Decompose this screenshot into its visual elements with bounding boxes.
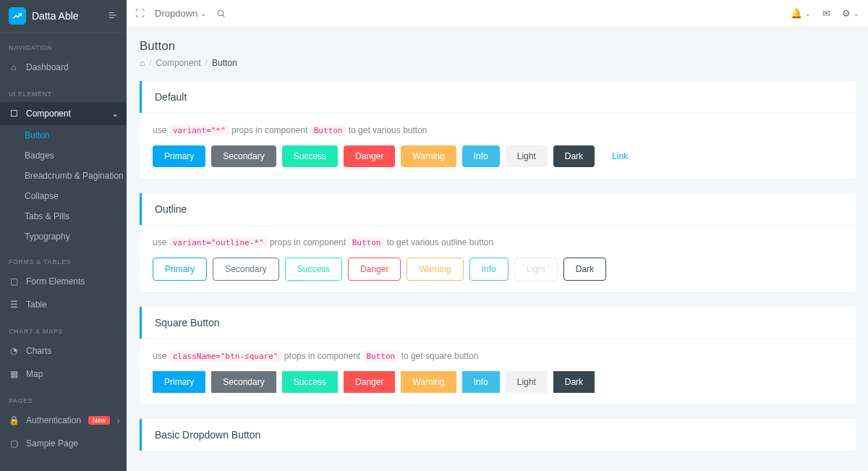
btn-outline-primary[interactable]: Primary bbox=[153, 258, 207, 281]
breadcrumb: ⌂ / Component / Button bbox=[140, 58, 856, 68]
btn-primary[interactable]: Primary bbox=[153, 145, 205, 167]
btn-sq-warning[interactable]: Warning bbox=[401, 371, 456, 393]
nav-sub-tabs[interactable]: Tabs & Pills bbox=[0, 206, 127, 226]
btn-light[interactable]: Light bbox=[506, 145, 548, 167]
file-icon: ▢ bbox=[9, 276, 19, 287]
crumb-current: Button bbox=[212, 58, 237, 68]
btn-sq-secondary[interactable]: Secondary bbox=[211, 371, 276, 393]
nav-sub-button[interactable]: Button bbox=[0, 125, 127, 145]
nav-charts[interactable]: ◔ Charts bbox=[0, 339, 127, 362]
chevron-down-icon: ⌄ bbox=[200, 9, 206, 17]
bell-icon[interactable]: 🔔⌄ bbox=[791, 8, 811, 19]
btn-sq-danger[interactable]: Danger bbox=[344, 371, 395, 393]
btn-outline-info[interactable]: Info bbox=[469, 258, 509, 281]
card-title: Outline bbox=[140, 193, 856, 225]
btn-dark[interactable]: Dark bbox=[553, 145, 595, 167]
btn-outline-danger[interactable]: Danger bbox=[348, 258, 401, 281]
nav-sub-collapse[interactable]: Collapse bbox=[0, 186, 127, 206]
btn-secondary[interactable]: Secondary bbox=[211, 145, 276, 167]
card-desc: use variant="*" props in component Butto… bbox=[153, 125, 843, 135]
chevron-right-icon: › bbox=[117, 417, 119, 425]
btn-sq-info[interactable]: Info bbox=[462, 371, 500, 393]
topbar: ⛶ Dropdown ⌄ 🔔⌄ ✉ ⚙⌄ bbox=[127, 0, 868, 27]
btn-sq-primary[interactable]: Primary bbox=[153, 371, 205, 393]
nav-authentication[interactable]: 🔒 Authentication New › bbox=[0, 409, 127, 432]
sidebar: Datta Able NAVIGATION ⌂ Dashboard UI ELE… bbox=[0, 0, 127, 471]
page-title: Button bbox=[140, 39, 856, 54]
chevron-down-icon: ⌄ bbox=[112, 110, 118, 118]
nav-table[interactable]: ☰ Table bbox=[0, 293, 127, 316]
nav-component[interactable]: ☐ Component ⌄ bbox=[0, 102, 127, 125]
brand-logo[interactable]: Datta Able bbox=[0, 0, 127, 33]
brand-name: Datta Able bbox=[32, 10, 79, 22]
btn-outline-light[interactable]: Light bbox=[514, 258, 558, 281]
crumb-component[interactable]: Component bbox=[156, 58, 201, 68]
topbar-dropdown[interactable]: Dropdown ⌄ bbox=[155, 8, 206, 19]
btn-outline-warning[interactable]: Warning bbox=[407, 258, 463, 281]
btn-sq-light[interactable]: Light bbox=[506, 371, 548, 393]
logo-icon bbox=[9, 7, 26, 25]
nav-sub-badges[interactable]: Badges bbox=[0, 145, 127, 166]
home-icon: ⌂ bbox=[9, 62, 19, 72]
nav-sub-breadcrumb[interactable]: Breadcrumb & Pagination bbox=[0, 166, 127, 186]
card-title: Square Button bbox=[140, 307, 856, 339]
btn-danger[interactable]: Danger bbox=[344, 145, 395, 167]
card-desc: use className="btn-square" props in comp… bbox=[153, 351, 843, 361]
btn-sq-dark[interactable]: Dark bbox=[553, 371, 595, 393]
btn-link[interactable]: Link bbox=[600, 145, 639, 167]
btn-sq-success[interactable]: Success bbox=[282, 371, 338, 393]
sidebar-toggle-icon[interactable] bbox=[108, 10, 118, 22]
section-ui: UI ELEMENT bbox=[0, 79, 127, 102]
nav-dashboard[interactable]: ⌂ Dashboard bbox=[0, 56, 127, 79]
nav-form-elements[interactable]: ▢ Form Elements bbox=[0, 270, 127, 293]
server-icon: ☰ bbox=[9, 300, 19, 310]
btn-info[interactable]: Info bbox=[462, 145, 500, 167]
card-square: Square Button use className="btn-square"… bbox=[140, 307, 856, 404]
section-pages: PAGES bbox=[0, 386, 127, 409]
svg-point-3 bbox=[218, 10, 224, 16]
mail-icon[interactable]: ✉ bbox=[822, 8, 830, 19]
btn-outline-success[interactable]: Success bbox=[285, 258, 342, 281]
nav-sample-page[interactable]: ▢ Sample Page bbox=[0, 432, 127, 455]
lock-icon: 🔒 bbox=[9, 415, 19, 425]
nav-map[interactable]: ▦ Map bbox=[0, 362, 127, 386]
btn-outline-dark[interactable]: Dark bbox=[563, 258, 606, 281]
sidebar-icon: ▢ bbox=[9, 438, 19, 449]
pie-icon: ◔ bbox=[9, 346, 19, 356]
card-title: Basic Dropdown Button bbox=[140, 419, 856, 451]
section-forms: FORMS & TABLES bbox=[0, 247, 127, 270]
section-navigation: NAVIGATION bbox=[0, 33, 127, 56]
card-dropdown: Basic Dropdown Button bbox=[140, 419, 856, 451]
nav-sub-typography[interactable]: Typography bbox=[0, 226, 127, 247]
home-icon[interactable]: ⌂ bbox=[140, 58, 145, 68]
card-title: Default bbox=[140, 81, 856, 113]
btn-success[interactable]: Success bbox=[282, 145, 338, 167]
card-default: Default use variant="*" props in compone… bbox=[140, 81, 856, 179]
search-icon[interactable] bbox=[216, 9, 226, 18]
gear-icon[interactable]: ⚙⌄ bbox=[842, 8, 859, 19]
box-icon: ☐ bbox=[9, 109, 19, 119]
btn-warning[interactable]: Warning bbox=[401, 145, 456, 167]
card-desc: use variant="outline-*" props in compone… bbox=[153, 237, 843, 247]
card-outline: Outline use variant="outline-*" props in… bbox=[140, 193, 856, 292]
new-badge: New bbox=[88, 416, 110, 425]
map-icon: ▦ bbox=[9, 369, 19, 379]
fullscreen-icon[interactable]: ⛶ bbox=[135, 8, 145, 19]
btn-outline-secondary[interactable]: Secondary bbox=[213, 258, 278, 281]
svg-line-4 bbox=[223, 15, 225, 17]
section-chart: CHART & MAPS bbox=[0, 316, 127, 339]
